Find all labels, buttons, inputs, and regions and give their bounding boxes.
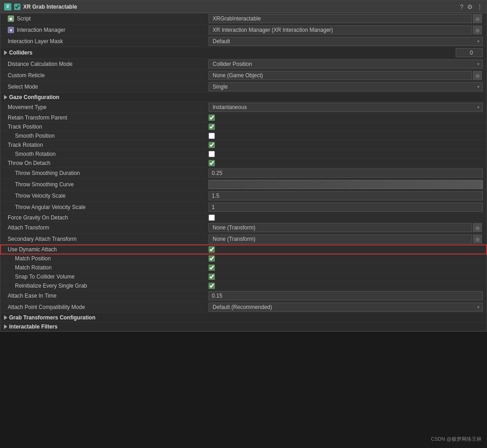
label-text-select-mode: Select Mode xyxy=(8,84,38,90)
dropdown-interaction-layer-mask[interactable]: Default xyxy=(209,37,483,46)
hash-icon: # xyxy=(4,3,11,10)
object-field-attach-transform: None (Transform) xyxy=(209,223,472,232)
checkbox-reinitialize-every-single-grab[interactable] xyxy=(209,283,215,289)
prop-row-throw-smoothing-curve: Throw Smoothing Curve xyxy=(0,179,487,190)
label-use-dynamic-attach: Use Dynamic Attach xyxy=(4,246,209,253)
label-snap-to-collider-volume: Snap To Collider Volume xyxy=(4,274,209,280)
menu-button[interactable]: ⋮ xyxy=(477,3,483,10)
checkbox-retain-transform-parent[interactable] xyxy=(209,114,215,121)
dropdown-wrapper-movement-type: Instantaneous xyxy=(209,103,483,112)
label-match-position: Match Position xyxy=(4,255,209,262)
xr-icon: ■ xyxy=(8,27,14,33)
text-field-throw-velocity-scale[interactable] xyxy=(209,191,483,200)
dropdown-attach-point-compat-mode[interactable]: Default (Recommended) xyxy=(209,303,483,312)
help-button[interactable]: ? xyxy=(460,3,463,10)
label-custom-reticle: Custom Reticle xyxy=(4,72,209,79)
object-pick-btn-attach-transform[interactable]: ◎ xyxy=(473,223,482,232)
label-text-force-gravity-on-detach: Force Gravity On Detach xyxy=(8,214,68,221)
label-throw-angular-velocity-scale: Throw Angular Velocity Scale xyxy=(4,204,209,210)
value-track-position xyxy=(209,124,483,130)
object-field-secondary-attach-transform: None (Transform) xyxy=(209,234,472,244)
label-text-custom-reticle: Custom Reticle xyxy=(8,72,45,79)
settings-button[interactable]: ⚙ xyxy=(467,3,473,10)
text-field-throw-smoothing-duration[interactable] xyxy=(209,169,483,178)
prop-row-attach-transform: Attach Transform None (Transform) ◎ xyxy=(0,222,487,234)
section-label-grab-transformers-config: Grab Transformers Configuration xyxy=(9,314,95,321)
prop-row-interaction-manager: ■Interaction Manager XR Interaction Mana… xyxy=(0,25,487,36)
checkbox-track-position[interactable] xyxy=(209,124,215,130)
label-text-movement-type: Movement Type xyxy=(8,104,46,110)
label-text-distance-calc-mode: Distance Calculation Mode xyxy=(8,61,73,67)
dropdown-select-mode[interactable]: Single xyxy=(209,82,483,91)
value-throw-velocity-scale xyxy=(209,191,483,200)
text-field-throw-angular-velocity-scale[interactable] xyxy=(209,203,483,212)
label-text-script: Script xyxy=(17,15,31,22)
label-attach-transform: Attach Transform xyxy=(4,224,209,231)
colliders-expand-icon xyxy=(4,50,7,55)
value-use-dynamic-attach xyxy=(209,246,483,253)
label-text-retain-transform-parent: Retain Transform Parent xyxy=(8,114,67,121)
prop-row-force-gravity-on-detach: Force Gravity On Detach xyxy=(0,213,487,222)
prop-row-track-position: Track Position xyxy=(0,122,487,131)
checkbox-use-dynamic-attach[interactable] xyxy=(209,246,215,253)
prop-row-smooth-position: Smooth Position xyxy=(0,131,487,140)
label-throw-velocity-scale: Throw Velocity Scale xyxy=(4,193,209,199)
curve-field-throw-smoothing-curve[interactable] xyxy=(209,180,483,189)
object-pick-btn-secondary-attach-transform[interactable]: ◎ xyxy=(473,234,482,244)
label-text-throw-smoothing-curve: Throw Smoothing Curve xyxy=(15,181,74,188)
value-smooth-position xyxy=(209,133,483,139)
label-select-mode: Select Mode xyxy=(4,84,209,90)
value-match-position xyxy=(209,255,483,262)
value-throw-angular-velocity-scale xyxy=(209,203,483,212)
checkbox-match-position[interactable] xyxy=(209,255,215,262)
properties-list: ▣Script XRGrabInteractable ◎ ■Interactio… xyxy=(0,13,487,331)
component-enabled-checkbox[interactable] xyxy=(14,4,20,10)
label-text-attach-ease-in-time: Attach Ease In Time xyxy=(8,293,56,299)
object-pick-btn-interaction-manager[interactable]: ◎ xyxy=(473,25,482,35)
checkbox-smooth-rotation[interactable] xyxy=(209,151,215,157)
label-text-match-position: Match Position xyxy=(15,255,51,262)
checkbox-match-rotation[interactable] xyxy=(209,264,215,271)
label-distance-calc-mode: Distance Calculation Mode xyxy=(4,61,209,67)
colliders-section-header[interactable]: Colliders xyxy=(4,50,456,56)
checkbox-smooth-position[interactable] xyxy=(209,133,215,139)
object-field-wrapper-interaction-manager: XR Interaction Manager (XR Interaction M… xyxy=(209,25,483,35)
label-script: ▣Script xyxy=(4,15,209,22)
section-header-grab-transformers-config[interactable]: Grab Transformers Configuration xyxy=(4,314,483,321)
component-panel: # XR Grab Interactable ? ⚙ ⋮ ▣Script XRG… xyxy=(0,0,487,332)
checkbox-track-rotation[interactable] xyxy=(209,142,215,148)
label-text-use-dynamic-attach: Use Dynamic Attach xyxy=(8,246,57,253)
component-title: XR Grab Interactable xyxy=(23,4,457,10)
label-interaction-manager: ■Interaction Manager xyxy=(4,27,209,33)
prop-row-snap-to-collider-volume: Snap To Collider Volume xyxy=(0,272,487,281)
section-header-gaze-config[interactable]: Gaze Configuration xyxy=(4,94,483,100)
prop-row-throw-angular-velocity-scale: Throw Angular Velocity Scale xyxy=(0,202,487,213)
value-interaction-layer-mask: Default xyxy=(209,37,483,46)
dropdown-movement-type[interactable]: Instantaneous xyxy=(209,103,483,112)
value-snap-to-collider-volume xyxy=(209,274,483,280)
dropdown-wrapper-distance-calc-mode: Collider Position xyxy=(209,60,483,69)
value-throw-smoothing-duration xyxy=(209,169,483,178)
dropdown-distance-calc-mode[interactable]: Collider Position xyxy=(209,60,483,69)
script-icon: ▣ xyxy=(8,15,14,22)
checkbox-throw-on-detach[interactable] xyxy=(209,160,215,166)
component-header: # XR Grab Interactable ? ⚙ ⋮ xyxy=(0,0,487,13)
value-force-gravity-on-detach xyxy=(209,214,483,221)
object-pick-btn-custom-reticle[interactable]: ◎ xyxy=(473,71,482,80)
text-field-attach-ease-in-time[interactable] xyxy=(209,291,483,300)
checkbox-snap-to-collider-volume[interactable] xyxy=(209,274,215,280)
colliders-count[interactable] xyxy=(456,48,483,57)
prop-row-movement-type: Movement Type Instantaneous xyxy=(0,102,487,113)
object-field-script: XRGrabInteractable xyxy=(209,14,472,23)
section-label-gaze-config: Gaze Configuration xyxy=(9,94,60,100)
label-text-throw-smoothing-duration: Throw Smoothing Duration xyxy=(15,170,80,176)
prop-row-match-rotation: Match Rotation xyxy=(0,263,487,272)
label-text-interaction-manager: Interaction Manager xyxy=(17,27,65,33)
section-header-interactable-filters[interactable]: Interactable Filters xyxy=(4,324,483,330)
object-field-wrapper-custom-reticle: None (Game Object) ◎ xyxy=(209,71,483,80)
checkbox-force-gravity-on-detach[interactable] xyxy=(209,214,215,221)
label-text-reinitialize-every-single-grab: Reinitialize Every Single Grab xyxy=(15,283,87,289)
prop-row-retain-transform-parent: Retain Transform Parent xyxy=(0,113,487,122)
label-text-track-rotation: Track Rotation xyxy=(8,142,43,148)
object-pick-btn-script[interactable]: ◎ xyxy=(473,14,482,23)
